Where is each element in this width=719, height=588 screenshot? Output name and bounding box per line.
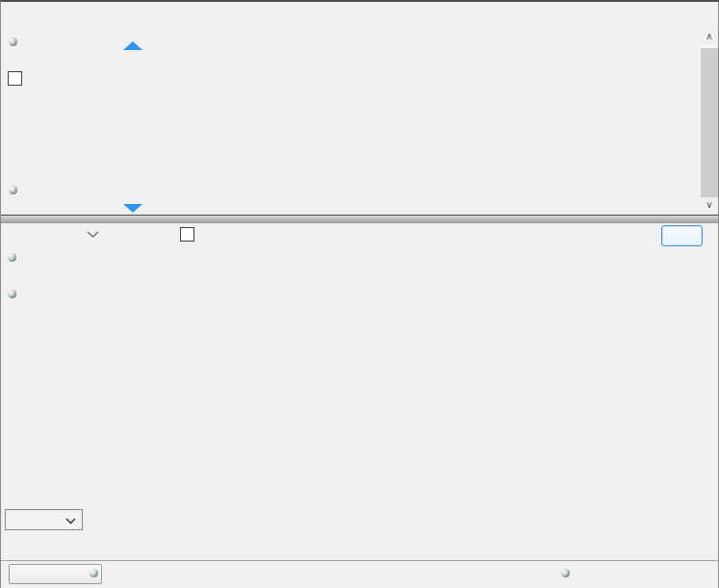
time-div-bullet-icon	[9, 38, 17, 46]
pos-bullet-icon	[9, 186, 17, 194]
show-checkbox[interactable]	[180, 227, 194, 242]
spectrogram-top-marker-icon[interactable]	[123, 41, 142, 50]
panel-splitter[interactable]	[1, 215, 719, 223]
spectrogram-scrollbar[interactable]: ∧ ∨	[700, 29, 719, 214]
view-mode-select[interactable]	[5, 509, 83, 530]
threed-checkbox[interactable]	[8, 71, 22, 86]
rbw-bullet-icon	[8, 290, 16, 298]
status-separator	[1, 560, 719, 561]
spectrum-analyzer-window: ∧ ∨	[0, 0, 719, 588]
scroll-up-icon[interactable]: ∧	[700, 29, 719, 45]
clear-button[interactable]	[661, 225, 703, 246]
spectrogram-display[interactable]	[143, 29, 697, 214]
autoscale-button[interactable]	[9, 564, 102, 584]
span-bullet-icon	[561, 569, 570, 577]
cf-bullet-icon	[90, 569, 98, 577]
spectrogram-bottom-marker-icon[interactable]	[123, 204, 142, 213]
db-div-bullet-icon	[8, 253, 16, 262]
combo-chevron-down-icon	[65, 518, 76, 524]
spectrum-display[interactable]	[142, 254, 713, 556]
chevron-down-icon[interactable]	[86, 230, 100, 239]
scrollbar-thumb[interactable]	[701, 48, 718, 197]
scroll-down-icon[interactable]: ∨	[700, 197, 719, 214]
